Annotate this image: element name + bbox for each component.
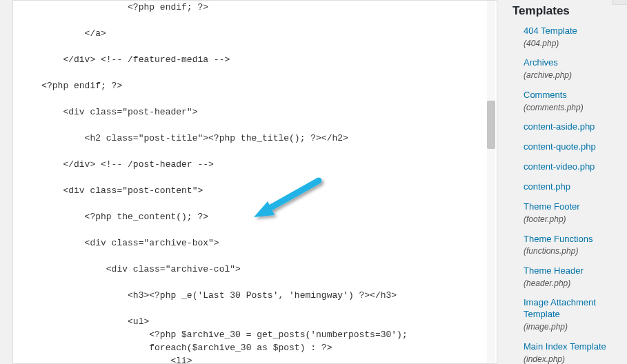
template-filename: (functions.php): [524, 246, 627, 257]
template-item: Main Index Template(index.php): [524, 339, 627, 364]
template-item: Theme Header(header.php): [524, 263, 627, 295]
editor-pane: <?php endif; ?> </a> </div> <!-- /featur…: [0, 0, 504, 364]
template-item: Theme Footer(footer.php): [524, 199, 627, 231]
template-link[interactable]: Theme Footer: [524, 201, 580, 212]
template-item: Comments(comments.php): [524, 88, 627, 119]
scrollbar-thumb[interactable]: [487, 101, 495, 149]
template-filename: (404.php): [524, 39, 627, 50]
template-link[interactable]: content-quote.php: [524, 141, 596, 152]
template-link[interactable]: Archives: [524, 57, 558, 68]
template-link[interactable]: Comments: [524, 90, 567, 100]
template-link[interactable]: content-aside.php: [524, 121, 595, 132]
template-filename: (comments.php): [524, 103, 627, 114]
sidebar-heading: Templates: [512, 4, 627, 18]
template-link[interactable]: Theme Header: [524, 265, 584, 276]
template-item: Theme Functions(functions.php): [524, 232, 627, 263]
template-list: 404 Template(404.php)Archives(archive.ph…: [512, 23, 627, 364]
template-link[interactable]: Main Index Template: [524, 341, 606, 352]
template-filename: (archive.php): [524, 70, 627, 81]
template-item: Image Attachment Template(image.php): [524, 295, 627, 338]
template-item: 404 Template(404.php): [524, 23, 627, 55]
code-content[interactable]: <?php endif; ?> </a> </div> <!-- /featur…: [20, 1, 490, 364]
scrollbar-track[interactable]: [487, 1, 495, 363]
template-filename: (index.php): [524, 354, 627, 364]
template-item: content-quote.php: [524, 139, 627, 159]
template-filename: (header.php): [524, 279, 627, 290]
template-link[interactable]: Image Attachment Template: [524, 297, 596, 319]
template-item: Archives(archive.php): [524, 55, 627, 87]
template-filename: (image.php): [524, 322, 627, 333]
template-link[interactable]: 404 Template: [524, 26, 577, 36]
template-link[interactable]: content.php: [524, 181, 570, 192]
template-link[interactable]: Theme Functions: [524, 234, 593, 244]
collapsed-help-tab[interactable]: [612, 0, 627, 5]
template-item: content-aside.php: [524, 119, 627, 139]
template-filename: (footer.php): [524, 214, 627, 225]
templates-sidebar: Templates 404 Template(404.php)Archives(…: [504, 0, 627, 364]
template-item: content-video.php: [524, 159, 627, 179]
template-item: content.php: [524, 179, 627, 199]
code-editor[interactable]: <?php endif; ?> </a> </div> <!-- /featur…: [12, 0, 497, 364]
template-link[interactable]: content-video.php: [524, 161, 595, 172]
